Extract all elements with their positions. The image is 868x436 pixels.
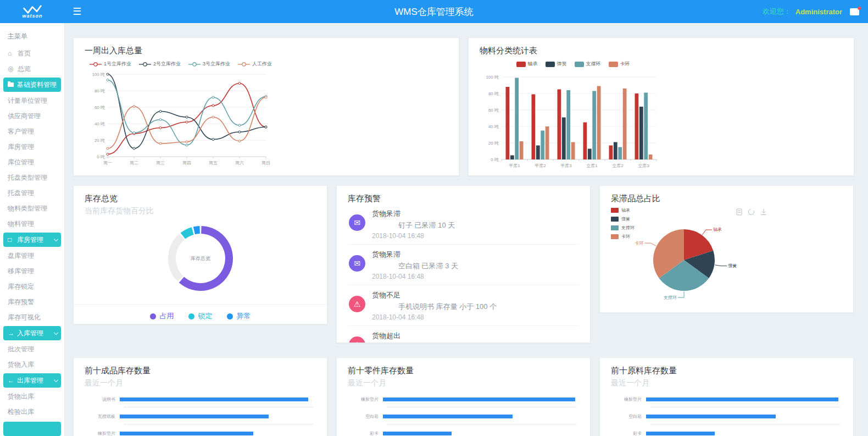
- card-title: 一周出入库总量: [85, 46, 448, 56]
- hbar-label: 彩卡: [348, 431, 383, 436]
- hbar-row: 说明书: [85, 396, 316, 402]
- legend-label: 1号立库作业: [104, 60, 131, 68]
- svg-text:40 吨: 40 吨: [488, 124, 499, 129]
- svg-text:40 吨: 40 吨: [94, 122, 105, 126]
- card-stock-overview: 库存总览 当前库存货物百分比 库存总览 占用锁定异常: [73, 185, 327, 324]
- bar-chart-legend: 轴承弹簧支撑环卡环: [480, 60, 666, 68]
- sidebar-item[interactable]: 物料类型管理: [0, 201, 64, 216]
- svg-text:平库1: 平库1: [509, 163, 520, 168]
- sidebar-item-label: 批次管理: [8, 345, 34, 354]
- card-title: 前十原料库存数量: [611, 366, 842, 376]
- legend-marker-icon: [238, 62, 250, 67]
- sidebar-item[interactable]: 盘库管理: [0, 248, 64, 263]
- username[interactable]: Administrator: [795, 8, 842, 16]
- top-header: watson ☰ WMS仓库管理系统 欢迎您： Administrator: [0, 0, 868, 23]
- sidebar-item[interactable]: 托盘类型管理: [0, 170, 64, 185]
- sidebar-item[interactable]: 计量单位管理: [0, 93, 64, 108]
- refresh-icon[interactable]: [748, 208, 755, 216]
- menu-icon[interactable]: ☰: [73, 7, 81, 16]
- sidebar-section[interactable]: ←出库管理: [3, 373, 61, 388]
- sidebar-item-label: 托盘管理: [8, 189, 34, 198]
- sidebar-item-label: 库位管理: [8, 158, 34, 167]
- sidebar-item[interactable]: 批次管理: [0, 341, 64, 357]
- legend-item[interactable]: 人工作业: [238, 60, 272, 68]
- download-icon[interactable]: [760, 208, 767, 216]
- card-top-finished: 前十成品库存数量 最近一个月 说明书瓦楞纸板橡胶垫片空白箱: [73, 357, 327, 436]
- card-title: 呆滞品总占比: [611, 194, 842, 204]
- legend-item[interactable]: 支撑环: [575, 60, 601, 68]
- card-top-raw: 前十原料库存数量 最近一个月 橡胶垫片空白箱彩卡说明书: [599, 357, 854, 436]
- sidebar-item[interactable]: 检验出库: [0, 404, 64, 420]
- message-icon[interactable]: [850, 8, 859, 15]
- hbar-track: [383, 432, 579, 435]
- sidebar-section[interactable]: [3, 422, 61, 436]
- card-title: 前十零件库存数量: [348, 366, 579, 376]
- sidebar-item[interactable]: 库位管理: [0, 154, 64, 170]
- svg-text:轴承: 轴承: [713, 227, 722, 232]
- card-top-parts: 前十零件库存数量 最近一个月 橡胶垫片空白箱彩卡说明书: [336, 357, 591, 436]
- sidebar-item[interactable]: 库存预警: [0, 294, 64, 310]
- legend-item[interactable]: 2号立库作业: [139, 60, 181, 68]
- sidebar-item[interactable]: 客户管理: [0, 124, 64, 139]
- svg-text:80 吨: 80 吨: [488, 91, 499, 96]
- alert-item: ✉货物呆滞钉子 已呆滞 10 天2018-10-04 16:48: [348, 204, 579, 245]
- mail-alert-icon: ✉: [349, 255, 365, 272]
- hbar-track: [646, 398, 842, 401]
- legend-item[interactable]: 3号立库作业: [188, 60, 230, 68]
- legend-item[interactable]: 轴承: [516, 60, 538, 68]
- hbar-label: 彩卡: [611, 431, 646, 436]
- sidebar-item[interactable]: 托盘管理: [0, 185, 64, 201]
- legend-item[interactable]: 弹簧: [546, 60, 567, 68]
- sidebar-section-title: 基础资料管理: [17, 80, 57, 90]
- legend-item[interactable]: 锁定: [188, 311, 213, 321]
- alert-item: ⚠货物超出硬纸板 库存量 大于 300 个2018-10-04 16:48: [348, 326, 579, 343]
- card-stock-alerts: 库存预警 ✉货物呆滞钉子 已呆滞 10 天2018-10-04 16:48✉货物…: [336, 185, 591, 343]
- legend-item[interactable]: 1号立库作业: [90, 60, 131, 68]
- sidebar-section[interactable]: 基础资料管理: [3, 78, 61, 92]
- chevron-down-icon: [54, 377, 58, 382]
- sidebar-item-label: 库房管理: [8, 142, 34, 152]
- page-title: WMS仓库管理系统: [0, 5, 868, 18]
- legend-label: 占用: [160, 311, 174, 321]
- sidebar-section[interactable]: □库房管理: [3, 233, 61, 247]
- legend-item[interactable]: 卡环: [609, 60, 630, 68]
- sidebar-section[interactable]: →入库管理: [3, 326, 61, 340]
- hbar-row: 空白箱: [611, 413, 842, 420]
- alert-item: ✉货物呆滞空白箱 已呆滞 3 天2018-10-04 16:48: [348, 245, 579, 285]
- sidebar-item[interactable]: 库房管理: [0, 139, 64, 154]
- svg-text:库存总览: 库存总览: [191, 256, 210, 261]
- card-title: 前十成品库存数量: [85, 366, 316, 376]
- legend-dot-icon: [188, 313, 194, 319]
- data-view-icon[interactable]: [736, 208, 742, 216]
- warn-alert-icon: ⚠: [349, 336, 365, 343]
- sidebar-item[interactable]: ⌂首页: [0, 46, 64, 61]
- sidebar-item[interactable]: 货物出库: [0, 389, 64, 404]
- sidebar-item[interactable]: 库存锁定: [0, 279, 64, 294]
- sidebar-item[interactable]: 货物入库: [0, 357, 64, 372]
- legend-label: 支撑环: [586, 60, 601, 68]
- sidebar-item-label: 检验出库: [8, 407, 34, 417]
- card-material-stats: 物料分类统计表 轴承弹簧支撑环卡环 0 吨20 吨40 吨60 吨80 吨100…: [468, 37, 854, 176]
- hbar-label: 瓦楞纸板: [85, 413, 120, 420]
- svg-text:立库1: 立库1: [586, 163, 598, 168]
- alert-title: 货物超出: [372, 331, 579, 341]
- legend-item[interactable]: 占用: [150, 311, 174, 321]
- sidebar-item[interactable]: 物料管理: [0, 216, 64, 231]
- sidebar-item[interactable]: 移库管理: [0, 263, 64, 279]
- svg-text:60 吨: 60 吨: [488, 108, 499, 113]
- sidebar-item-label: 库存预警: [8, 297, 34, 307]
- card-stagnant-ratio: 呆滞品总占比 轴承弹簧支撑环卡环 轴承弹簧支撑环卡环: [599, 185, 854, 313]
- hbar-label: 橡胶垫片: [85, 431, 120, 436]
- legend-marker-icon: [90, 62, 102, 67]
- hbar-label: 橡胶垫片: [611, 396, 646, 402]
- sidebar-item[interactable]: 供应商管理: [0, 108, 64, 124]
- alert-description: 钉子 已呆滞 10 天: [372, 220, 579, 230]
- legend-swatch-icon: [611, 225, 619, 230]
- sidebar-item-label: 货物出库: [8, 392, 34, 401]
- sidebar-item[interactable]: ◎总览: [0, 61, 64, 76]
- legend-item[interactable]: 轴承: [611, 207, 635, 213]
- sidebar-item[interactable]: 库存可视化: [0, 310, 64, 325]
- legend-label: 2号立库作业: [153, 60, 181, 68]
- app-logo[interactable]: watson: [0, 0, 65, 23]
- legend-item[interactable]: 异常: [227, 311, 251, 321]
